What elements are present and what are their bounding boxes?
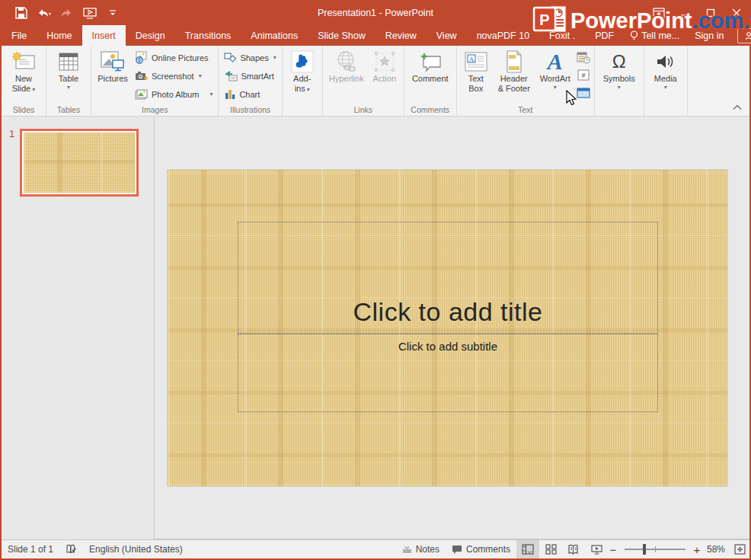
slide[interactable]: Click to add title Click to add subtitle bbox=[168, 170, 727, 486]
minimize-button[interactable] bbox=[672, 0, 698, 25]
slide-number-button[interactable]: # bbox=[575, 67, 592, 83]
action-button[interactable]: Action bbox=[368, 48, 401, 84]
thumbnail-slide-number: 1 bbox=[9, 128, 14, 139]
collapse-ribbon-icon[interactable] bbox=[733, 102, 742, 113]
share-button[interactable]: Share bbox=[737, 28, 751, 43]
text-box-label-2: Box bbox=[468, 84, 483, 94]
slide-sorter-icon bbox=[545, 544, 557, 555]
smartart-button[interactable]: SmartArt bbox=[221, 67, 279, 85]
comments-toggle[interactable]: Comments bbox=[446, 540, 516, 558]
dropdown-caret: ▾ bbox=[618, 84, 621, 91]
language-indicator[interactable]: English (United States) bbox=[83, 540, 189, 558]
customize-qat-icon[interactable] bbox=[104, 4, 122, 22]
reading-view-button[interactable] bbox=[562, 540, 585, 558]
online-pictures-icon bbox=[135, 51, 149, 64]
hyperlink-button[interactable]: Hyperlink bbox=[325, 48, 368, 84]
slide-editor-canvas: Click to add title Click to add subtitle bbox=[155, 117, 749, 539]
header-footer-label-2: & Footer bbox=[498, 84, 530, 94]
spell-check-button[interactable] bbox=[59, 540, 83, 558]
tab-review[interactable]: Review bbox=[376, 25, 427, 46]
screenshot-button[interactable]: Screenshot▾ bbox=[132, 67, 216, 85]
photo-album-icon bbox=[135, 88, 149, 100]
comment-button[interactable]: Comment bbox=[407, 48, 454, 84]
title-placeholder[interactable]: Click to add title bbox=[238, 222, 658, 334]
undo-icon[interactable] bbox=[35, 4, 53, 22]
symbols-button[interactable]: Ω Symbols ▾ bbox=[597, 48, 641, 91]
tab-file[interactable]: File bbox=[2, 25, 37, 46]
subtitle-placeholder-text: Click to add subtitle bbox=[398, 334, 497, 353]
addins-button[interactable]: Add- ins▾ bbox=[285, 48, 320, 94]
dropdown-caret: ▾ bbox=[273, 54, 276, 61]
tab-insert[interactable]: Insert bbox=[82, 25, 126, 46]
slide-show-button[interactable] bbox=[585, 540, 608, 558]
pictures-button[interactable]: Pictures bbox=[94, 48, 132, 84]
table-icon bbox=[57, 50, 80, 74]
subtitle-placeholder[interactable]: Click to add subtitle bbox=[238, 334, 658, 412]
photo-album-button[interactable]: Photo Album▾ bbox=[132, 85, 216, 103]
sign-in-link[interactable]: Sign in bbox=[689, 30, 730, 41]
new-slide-icon bbox=[11, 50, 36, 74]
redo-icon[interactable] bbox=[58, 4, 76, 22]
tab-view[interactable]: View bbox=[427, 25, 467, 46]
addins-label-1: Add- bbox=[293, 74, 311, 84]
object-button[interactable] bbox=[575, 85, 592, 101]
tab-home[interactable]: Home bbox=[37, 25, 81, 46]
group-label-slides: Slides bbox=[2, 105, 46, 114]
quick-access-toolbar bbox=[2, 4, 122, 22]
share-icon bbox=[745, 31, 751, 40]
smartart-label: SmartArt bbox=[241, 72, 273, 81]
table-button[interactable]: Table ▾ bbox=[49, 48, 88, 91]
smartart-icon bbox=[224, 70, 238, 82]
slide-sorter-view-button[interactable] bbox=[539, 540, 562, 558]
screenshot-label: Screenshot bbox=[152, 72, 194, 81]
group-label-tables: Tables bbox=[46, 105, 91, 114]
tab-novapdf[interactable]: novaPDF 10 bbox=[467, 25, 539, 46]
online-pictures-button[interactable]: Online Pictures bbox=[132, 49, 216, 66]
wordart-icon: A bbox=[548, 50, 563, 74]
shapes-button[interactable]: Shapes▾ bbox=[221, 49, 279, 66]
dropdown-caret: ▾ bbox=[32, 86, 35, 93]
tab-transitions[interactable]: Transitions bbox=[175, 25, 241, 46]
header-footer-button[interactable]: Header & Footer bbox=[493, 48, 535, 94]
tab-animations[interactable]: Animations bbox=[241, 25, 308, 46]
start-from-beginning-icon[interactable] bbox=[81, 4, 99, 22]
ribbon-tab-bar: File Home Insert Design Transitions Anim… bbox=[2, 25, 749, 46]
text-box-button[interactable]: A Text Box bbox=[459, 48, 493, 94]
chart-button[interactable]: Chart bbox=[221, 85, 279, 103]
online-pictures-label: Online Pictures bbox=[152, 53, 209, 62]
ribbon-display-options-icon[interactable] bbox=[646, 0, 672, 25]
save-icon[interactable] bbox=[12, 4, 30, 22]
comments-label: Comments bbox=[466, 544, 510, 555]
zoom-slider-handle[interactable] bbox=[643, 544, 646, 555]
zoom-out-button[interactable]: − bbox=[608, 543, 618, 556]
maximize-button[interactable] bbox=[698, 0, 724, 25]
ribbon-group-symbols: Ω Symbols ▾ bbox=[595, 46, 644, 116]
zoom-in-button[interactable]: + bbox=[692, 543, 702, 556]
fit-to-window-button[interactable] bbox=[730, 540, 749, 558]
slide-thumbnail[interactable] bbox=[20, 129, 139, 197]
media-button[interactable]: Media ▾ bbox=[647, 48, 685, 91]
ribbon-group-illustrations: Shapes▾ SmartArt Chart Illustrations bbox=[219, 46, 282, 116]
tab-slide-show[interactable]: Slide Show bbox=[308, 25, 376, 46]
tab-design[interactable]: Design bbox=[126, 25, 175, 46]
wordart-button[interactable]: A WordArt ▾ bbox=[535, 48, 575, 91]
shapes-label: Shapes bbox=[240, 53, 268, 62]
ribbon-group-links: Hyperlink Action Links bbox=[323, 46, 404, 116]
tab-pdf[interactable]: PDF bbox=[585, 25, 624, 46]
ribbon-group-tables: Table ▾ Tables bbox=[46, 46, 91, 116]
zoom-level[interactable]: 58% bbox=[702, 544, 730, 555]
tab-foxit[interactable]: Foxit . bbox=[539, 25, 585, 46]
dropdown-caret: ▾ bbox=[209, 91, 213, 98]
close-button[interactable] bbox=[724, 0, 749, 25]
fit-to-window-icon bbox=[734, 544, 746, 555]
wordart-label: WordArt bbox=[540, 74, 570, 84]
normal-view-button[interactable] bbox=[516, 540, 539, 558]
zoom-slider[interactable] bbox=[625, 549, 685, 550]
hyperlink-icon bbox=[334, 50, 359, 74]
notes-toggle[interactable]: Notes bbox=[396, 540, 446, 558]
date-time-button[interactable] bbox=[575, 50, 592, 66]
ribbon-group-comments: Comment Comments bbox=[404, 46, 457, 116]
tell-me-box[interactable]: Tell me... bbox=[624, 30, 685, 41]
new-slide-button[interactable]: New Slide▾ bbox=[4, 48, 43, 94]
slide-indicator[interactable]: Slide 1 of 1 bbox=[2, 540, 59, 558]
